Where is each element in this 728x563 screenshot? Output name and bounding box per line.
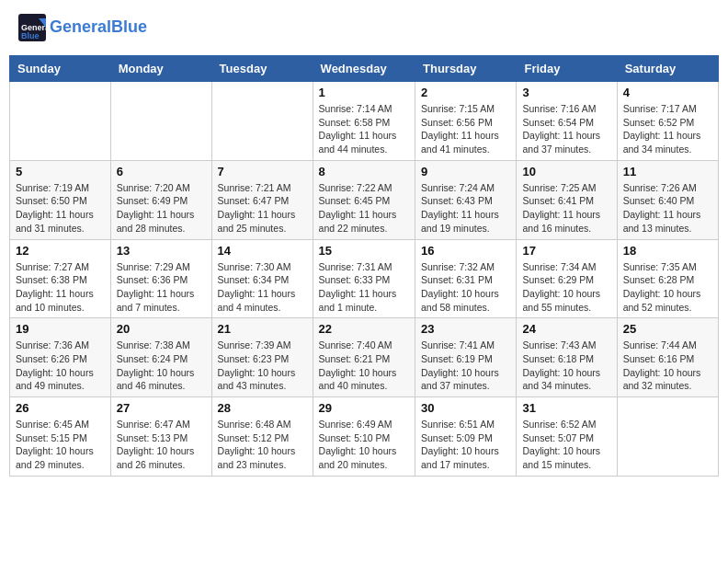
day-info: Sunrise: 7:20 AM Sunset: 6:49 PM Dayligh… — [117, 181, 206, 236]
calendar-week-row: 26Sunrise: 6:45 AM Sunset: 5:15 PM Dayli… — [10, 397, 719, 477]
calendar-cell: 14Sunrise: 7:30 AM Sunset: 6:34 PM Dayli… — [211, 239, 313, 318]
day-info: Sunrise: 7:21 AM Sunset: 6:47 PM Dayligh… — [218, 181, 307, 236]
calendar-cell: 30Sunrise: 6:51 AM Sunset: 5:09 PM Dayli… — [415, 397, 517, 477]
day-info: Sunrise: 7:16 AM Sunset: 6:54 PM Dayligh… — [522, 102, 610, 156]
calendar-cell: 25Sunrise: 7:44 AM Sunset: 6:16 PM Dayli… — [617, 318, 718, 397]
day-number: 23 — [421, 322, 510, 336]
day-number: 1 — [319, 86, 409, 99]
calendar-cell: 29Sunrise: 6:49 AM Sunset: 5:10 PM Dayli… — [313, 397, 415, 477]
svg-text:Blue: Blue — [21, 31, 40, 40]
day-info: Sunrise: 6:49 AM Sunset: 5:10 PM Dayligh… — [319, 418, 409, 472]
calendar-cell: 4Sunrise: 7:17 AM Sunset: 6:52 PM Daylig… — [617, 82, 718, 161]
day-number: 5 — [16, 165, 105, 178]
calendar-cell: 22Sunrise: 7:40 AM Sunset: 6:21 PM Dayli… — [313, 318, 415, 397]
calendar-cell: 24Sunrise: 7:43 AM Sunset: 6:18 PM Dayli… — [517, 318, 617, 397]
day-number: 8 — [319, 165, 409, 178]
day-info: Sunrise: 7:40 AM Sunset: 6:21 PM Dayligh… — [319, 339, 409, 393]
day-info: Sunrise: 6:48 AM Sunset: 5:12 PM Dayligh… — [218, 418, 307, 472]
calendar-cell: 6Sunrise: 7:20 AM Sunset: 6:49 PM Daylig… — [110, 160, 211, 239]
calendar-week-row: 19Sunrise: 7:36 AM Sunset: 6:26 PM Dayli… — [10, 318, 719, 397]
day-info: Sunrise: 7:19 AM Sunset: 6:50 PM Dayligh… — [16, 181, 105, 236]
day-number: 7 — [218, 165, 307, 178]
day-info: Sunrise: 7:17 AM Sunset: 6:52 PM Dayligh… — [623, 102, 712, 156]
calendar-cell: 2Sunrise: 7:15 AM Sunset: 6:56 PM Daylig… — [415, 82, 517, 161]
day-info: Sunrise: 7:31 AM Sunset: 6:33 PM Dayligh… — [319, 260, 409, 315]
weekday-header-saturday: Saturday — [617, 56, 718, 82]
day-number: 13 — [117, 244, 206, 258]
day-info: Sunrise: 7:30 AM Sunset: 6:34 PM Dayligh… — [218, 260, 307, 315]
day-number: 2 — [421, 86, 510, 99]
day-info: Sunrise: 7:24 AM Sunset: 6:43 PM Dayligh… — [421, 181, 510, 236]
calendar-cell: 20Sunrise: 7:38 AM Sunset: 6:24 PM Dayli… — [110, 318, 211, 397]
calendar-cell: 5Sunrise: 7:19 AM Sunset: 6:50 PM Daylig… — [10, 160, 111, 239]
calendar-cell: 11Sunrise: 7:26 AM Sunset: 6:40 PM Dayli… — [617, 160, 718, 239]
day-number: 18 — [623, 244, 712, 258]
logo-icon: General Blue — [18, 14, 46, 41]
day-info: Sunrise: 7:36 AM Sunset: 6:26 PM Dayligh… — [16, 339, 105, 393]
calendar-cell — [110, 82, 211, 161]
day-number: 4 — [623, 86, 712, 99]
weekday-header-tuesday: Tuesday — [211, 56, 313, 82]
calendar-cell: 8Sunrise: 7:22 AM Sunset: 6:45 PM Daylig… — [313, 160, 415, 239]
calendar-table: SundayMondayTuesdayWednesdayThursdayFrid… — [9, 55, 719, 477]
day-number: 25 — [623, 322, 712, 336]
calendar-cell: 19Sunrise: 7:36 AM Sunset: 6:26 PM Dayli… — [10, 318, 111, 397]
day-number: 6 — [117, 165, 206, 178]
day-info: Sunrise: 7:35 AM Sunset: 6:28 PM Dayligh… — [623, 260, 712, 315]
calendar-cell: 23Sunrise: 7:41 AM Sunset: 6:19 PM Dayli… — [415, 318, 517, 397]
weekday-header-monday: Monday — [110, 56, 211, 82]
calendar-cell: 26Sunrise: 6:45 AM Sunset: 5:15 PM Dayli… — [10, 397, 111, 477]
day-info: Sunrise: 6:51 AM Sunset: 5:09 PM Dayligh… — [421, 418, 510, 472]
calendar-cell: 15Sunrise: 7:31 AM Sunset: 6:33 PM Dayli… — [313, 239, 415, 318]
day-info: Sunrise: 7:38 AM Sunset: 6:24 PM Dayligh… — [117, 339, 206, 393]
day-info: Sunrise: 6:52 AM Sunset: 5:07 PM Dayligh… — [522, 418, 610, 472]
day-info: Sunrise: 7:41 AM Sunset: 6:19 PM Dayligh… — [421, 339, 510, 393]
calendar-week-row: 5Sunrise: 7:19 AM Sunset: 6:50 PM Daylig… — [10, 160, 719, 239]
day-number: 26 — [16, 401, 105, 415]
calendar-cell: 12Sunrise: 7:27 AM Sunset: 6:38 PM Dayli… — [10, 239, 111, 318]
day-number: 17 — [522, 244, 610, 258]
calendar-cell: 28Sunrise: 6:48 AM Sunset: 5:12 PM Dayli… — [211, 397, 313, 477]
day-number: 27 — [117, 401, 206, 415]
day-number: 12 — [16, 244, 105, 258]
day-number: 15 — [319, 244, 409, 258]
day-info: Sunrise: 7:34 AM Sunset: 6:29 PM Dayligh… — [522, 260, 610, 315]
weekday-header-friday: Friday — [517, 56, 617, 82]
calendar-cell: 21Sunrise: 7:39 AM Sunset: 6:23 PM Dayli… — [211, 318, 313, 397]
day-info: Sunrise: 6:47 AM Sunset: 5:13 PM Dayligh… — [117, 418, 206, 472]
day-number: 29 — [319, 401, 409, 415]
day-number: 21 — [218, 322, 307, 336]
day-info: Sunrise: 7:43 AM Sunset: 6:18 PM Dayligh… — [522, 339, 610, 393]
day-number: 11 — [623, 165, 712, 178]
logo-name: GeneralBlue — [50, 17, 147, 38]
day-number: 28 — [218, 401, 307, 415]
day-info: Sunrise: 7:39 AM Sunset: 6:23 PM Dayligh… — [218, 339, 307, 393]
calendar-cell: 10Sunrise: 7:25 AM Sunset: 6:41 PM Dayli… — [517, 160, 617, 239]
weekday-header-sunday: Sunday — [10, 56, 111, 82]
calendar-week-row: 12Sunrise: 7:27 AM Sunset: 6:38 PM Dayli… — [10, 239, 719, 318]
weekday-header-wednesday: Wednesday — [313, 56, 415, 82]
day-info: Sunrise: 6:45 AM Sunset: 5:15 PM Dayligh… — [16, 418, 105, 472]
day-number: 31 — [522, 401, 610, 415]
day-info: Sunrise: 7:32 AM Sunset: 6:31 PM Dayligh… — [421, 260, 510, 315]
day-number: 20 — [117, 322, 206, 336]
day-number: 19 — [16, 322, 105, 336]
day-number: 9 — [421, 165, 510, 178]
day-number: 14 — [218, 244, 307, 258]
calendar-cell: 31Sunrise: 6:52 AM Sunset: 5:07 PM Dayli… — [517, 397, 617, 477]
calendar-cell — [617, 397, 718, 477]
calendar-cell — [10, 82, 111, 161]
day-number: 30 — [421, 401, 510, 415]
day-info: Sunrise: 7:29 AM Sunset: 6:36 PM Dayligh… — [117, 260, 206, 315]
day-number: 24 — [522, 322, 610, 336]
logo: General Blue GeneralBlue — [18, 14, 147, 41]
day-number: 10 — [522, 165, 610, 178]
calendar-cell: 13Sunrise: 7:29 AM Sunset: 6:36 PM Dayli… — [110, 239, 211, 318]
calendar-cell: 7Sunrise: 7:21 AM Sunset: 6:47 PM Daylig… — [211, 160, 313, 239]
calendar-cell: 9Sunrise: 7:24 AM Sunset: 6:43 PM Daylig… — [415, 160, 517, 239]
calendar-cell — [211, 82, 313, 161]
calendar-cell: 1Sunrise: 7:14 AM Sunset: 6:58 PM Daylig… — [313, 82, 415, 161]
weekday-header-thursday: Thursday — [415, 56, 517, 82]
calendar-week-row: 1Sunrise: 7:14 AM Sunset: 6:58 PM Daylig… — [10, 82, 719, 161]
day-info: Sunrise: 7:22 AM Sunset: 6:45 PM Dayligh… — [319, 181, 409, 236]
